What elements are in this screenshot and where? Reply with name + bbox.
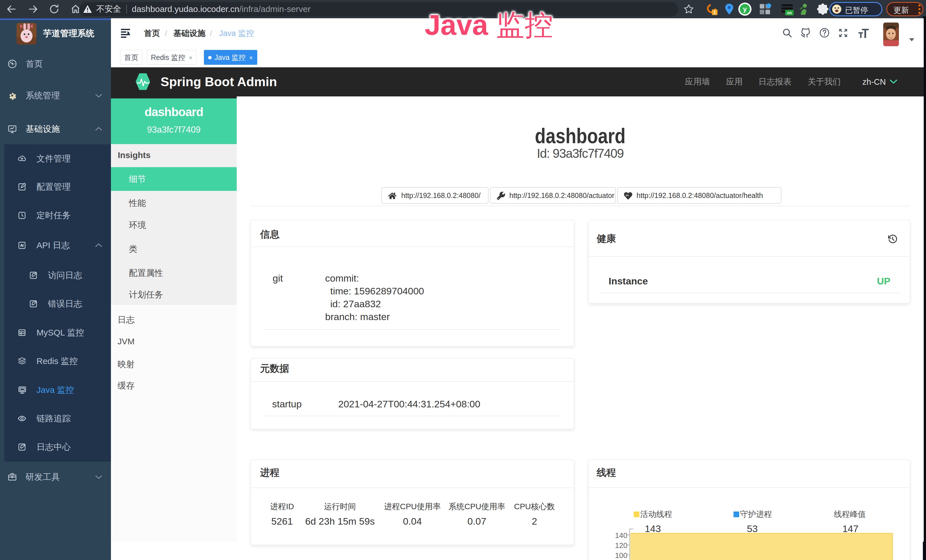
svg-text:y: y bbox=[743, 5, 747, 13]
svg-text:1: 1 bbox=[714, 10, 716, 15]
svg-text:on: on bbox=[787, 11, 792, 15]
